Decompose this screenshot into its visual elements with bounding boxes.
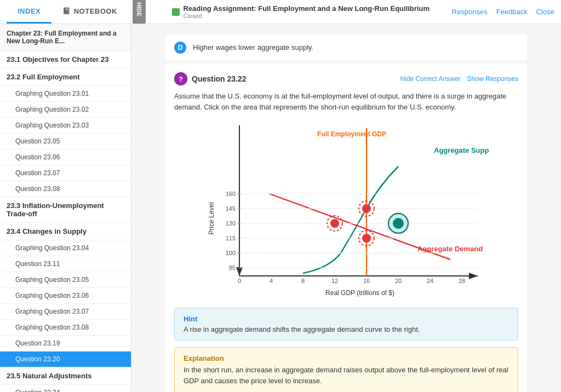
hide-button[interactable]: HIDE xyxy=(133,0,146,24)
hint-box: Hint A rise in aggregate demand shifts t… xyxy=(174,308,518,341)
svg-text:8: 8 xyxy=(301,278,305,284)
svg-text:115: 115 xyxy=(226,235,236,241)
question-header: ? Question 23.22 Hide Correct Answer Sho… xyxy=(174,72,518,85)
assignment-status: Closed xyxy=(183,13,429,19)
svg-text:24: 24 xyxy=(427,278,433,284)
sidebar-item-q-23-06[interactable]: Question 23.06 xyxy=(0,149,131,165)
tab-bar: INDEX 📓 NOTEBOOK HIDE xyxy=(7,0,150,24)
svg-point-47 xyxy=(393,218,404,229)
svg-text:85: 85 xyxy=(229,264,236,271)
svg-point-45 xyxy=(362,234,371,243)
sidebar-item-q-23-19[interactable]: Question 23.19 xyxy=(0,336,131,351)
top-header: INDEX 📓 NOTEBOOK HIDE Reading Assignment… xyxy=(0,0,561,24)
hint-text: A rise in aggregate demand shifts the ag… xyxy=(184,325,509,333)
answer-letter-d: D xyxy=(174,42,186,54)
sidebar-section-23-1[interactable]: 23.1 Objectives for Chapter 23 xyxy=(0,51,131,68)
sidebar-item-gq-23-08[interactable]: Graphing Question 23.08 xyxy=(0,320,131,336)
feedback-link[interactable]: Feedback xyxy=(496,8,528,16)
question-icon: ? xyxy=(174,72,187,85)
sidebar: Chapter 23: Full Employment and a New Lo… xyxy=(0,24,131,392)
sidebar-item-gq-23-01[interactable]: Graphing Question 23.01 xyxy=(0,86,131,102)
sidebar-item-q-23-11[interactable]: Question 23.11 xyxy=(0,256,131,272)
sidebar-item-q-23-20[interactable]: Question 23.20 xyxy=(0,351,131,367)
sidebar-item-gq-23-03[interactable]: Graphing Question 23.03 xyxy=(0,118,131,134)
svg-text:100: 100 xyxy=(226,250,236,256)
sidebar-item-gq-23-07[interactable]: Graphing Question 23.07 xyxy=(0,304,131,320)
tab-index[interactable]: INDEX xyxy=(7,0,51,24)
sidebar-section-23-5[interactable]: 23.5 Natural Adjustments xyxy=(0,367,131,385)
sidebar-section-23-4[interactable]: 23.4 Changes in Supply xyxy=(0,223,131,240)
question-text: Assume that the U.S. economy is at the f… xyxy=(174,91,518,112)
sidebar-section-23-2[interactable]: 23.2 Full Employment xyxy=(0,68,131,86)
main-layout: Chapter 23: Full Employment and a New Lo… xyxy=(0,24,561,392)
question-title-row: ? Question 23.22 xyxy=(174,72,247,85)
tab-notebook[interactable]: 📓 NOTEBOOK xyxy=(51,0,128,24)
svg-text:12: 12 xyxy=(331,278,338,284)
svg-text:130: 130 xyxy=(226,220,236,227)
sidebar-section-23-3[interactable]: 23.3 Inflation-Unemployment Trade-off xyxy=(0,197,131,223)
economics-chart[interactable]: 85 100 115 130 145 160 0 xyxy=(204,120,489,306)
sidebar-item-q-23-08[interactable]: Question 23.08 xyxy=(0,181,131,197)
svg-text:28: 28 xyxy=(459,278,465,284)
sidebar-item-gq-23-02[interactable]: Graphing Question 23.02 xyxy=(0,102,131,118)
svg-text:Price Level: Price Level xyxy=(208,202,215,234)
question-label: Question 23.22 xyxy=(192,74,247,83)
svg-point-41 xyxy=(330,219,339,228)
svg-text:Full Employment GDP: Full Employment GDP xyxy=(317,130,386,138)
chart-container: 85 100 115 130 145 160 0 xyxy=(204,120,489,308)
sidebar-item-q-23-05[interactable]: Question 23.05 xyxy=(0,134,131,149)
header-actions: Responses Feedback Close xyxy=(452,8,554,16)
svg-text:?: ? xyxy=(179,75,183,83)
svg-text:Aggregate Supply: Aggregate Supply xyxy=(434,146,489,154)
show-responses-link[interactable]: Show Responses xyxy=(467,75,518,83)
assignment-info: Reading Assignment: Full Employment and … xyxy=(172,4,429,19)
sidebar-item-q-23-24[interactable]: Question 23.24 xyxy=(0,385,131,392)
assignment-title: Reading Assignment: Full Employment and … xyxy=(183,4,429,13)
explanation-text: In the short run, an increase in aggrega… xyxy=(184,365,509,386)
explanation-box: Explanation In the short run, an increas… xyxy=(174,347,518,392)
svg-text:0: 0 xyxy=(238,278,241,284)
svg-text:4: 4 xyxy=(270,278,273,284)
svg-text:Real GDP (trillions of $): Real GDP (trillions of $) xyxy=(325,289,394,297)
content-area: D Higher wages lower aggregate supply. ?… xyxy=(131,24,561,392)
svg-point-43 xyxy=(362,204,371,213)
sidebar-chapter-title: Chapter 23: Full Employment and a New Lo… xyxy=(0,24,131,51)
hide-correct-answer-link[interactable]: Hide Correct Answer xyxy=(400,75,461,83)
sidebar-item-q-23-07[interactable]: Question 23.07 xyxy=(0,165,131,181)
svg-text:145: 145 xyxy=(226,205,236,212)
svg-text:20: 20 xyxy=(395,278,402,284)
explanation-label: Explanation xyxy=(184,354,509,362)
question-card: ? Question 23.22 Hide Correct Answer Sho… xyxy=(165,64,527,392)
sidebar-item-gq-23-06[interactable]: Graphing Question 23.06 xyxy=(0,288,131,304)
assignment-details: Reading Assignment: Full Employment and … xyxy=(183,4,429,19)
sidebar-item-gq-23-04[interactable]: Graphing Question 23.04 xyxy=(0,240,131,256)
notebook-icon: 📓 xyxy=(62,7,71,15)
content-inner: D Higher wages lower aggregate supply. ?… xyxy=(154,24,538,392)
question-actions: Hide Correct Answer Show Responses xyxy=(400,75,518,83)
close-link[interactable]: Close xyxy=(536,8,554,16)
sidebar-item-gq-23-05[interactable]: Graphing Question 23.05 xyxy=(0,272,131,288)
svg-text:16: 16 xyxy=(363,278,370,284)
answer-option-d: D Higher wages lower aggregate supply. xyxy=(165,35,527,60)
responses-link[interactable]: Responses xyxy=(452,8,488,16)
assignment-icon xyxy=(172,8,180,16)
svg-text:160: 160 xyxy=(226,191,236,197)
hint-label: Hint xyxy=(184,315,509,323)
answer-text-d: Higher wages lower aggregate supply. xyxy=(193,42,313,51)
